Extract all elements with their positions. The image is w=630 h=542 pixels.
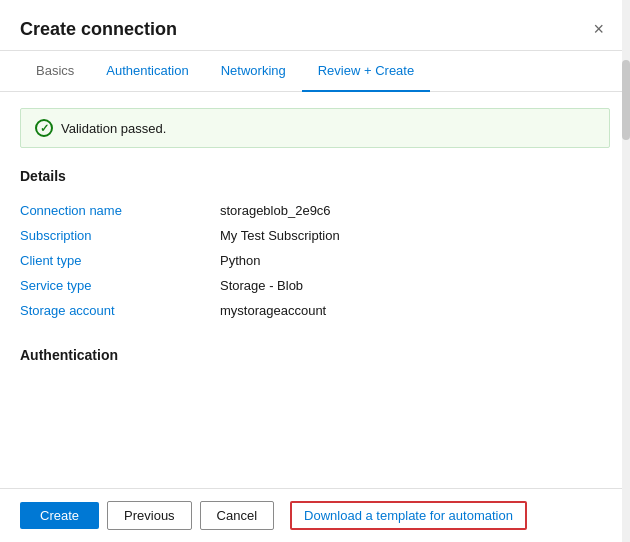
details-section-title: Details	[20, 168, 610, 184]
row-value-client-type: Python	[220, 248, 610, 273]
table-row: Storage account mystorageaccount	[20, 298, 610, 323]
tab-review-create[interactable]: Review + Create	[302, 51, 430, 92]
tab-basics[interactable]: Basics	[20, 51, 90, 92]
table-row: Connection name storageblob_2e9c6	[20, 198, 610, 223]
dialog-content: Validation passed. Details Connection na…	[0, 92, 630, 488]
details-table: Connection name storageblob_2e9c6 Subscr…	[20, 198, 610, 323]
row-label-subscription: Subscription	[20, 223, 220, 248]
close-icon[interactable]: ×	[587, 18, 610, 40]
row-value-subscription: My Test Subscription	[220, 223, 610, 248]
row-value-connection-name: storageblob_2e9c6	[220, 198, 610, 223]
cancel-button[interactable]: Cancel	[200, 501, 274, 530]
download-template-button[interactable]: Download a template for automation	[290, 501, 527, 530]
authentication-section-title: Authentication	[20, 347, 610, 363]
check-icon	[35, 119, 53, 137]
tab-bar: Basics Authentication Networking Review …	[0, 51, 630, 92]
dialog-title: Create connection	[20, 19, 177, 40]
dialog-header: Create connection ×	[0, 0, 630, 51]
create-connection-dialog: Create connection × Basics Authenticatio…	[0, 0, 630, 542]
scrollbar-thumb	[622, 60, 630, 140]
details-section: Details Connection name storageblob_2e9c…	[20, 168, 610, 323]
row-label-client-type: Client type	[20, 248, 220, 273]
tab-authentication[interactable]: Authentication	[90, 51, 204, 92]
row-label-service-type: Service type	[20, 273, 220, 298]
tab-networking[interactable]: Networking	[205, 51, 302, 92]
row-value-service-type: Storage - Blob	[220, 273, 610, 298]
authentication-section: Authentication	[20, 347, 610, 363]
table-row: Client type Python	[20, 248, 610, 273]
row-label-storage-account: Storage account	[20, 298, 220, 323]
create-button[interactable]: Create	[20, 502, 99, 529]
previous-button[interactable]: Previous	[107, 501, 192, 530]
row-value-storage-account: mystorageaccount	[220, 298, 610, 323]
table-row: Service type Storage - Blob	[20, 273, 610, 298]
scrollbar[interactable]	[622, 0, 630, 542]
validation-banner: Validation passed.	[20, 108, 610, 148]
row-label-connection-name: Connection name	[20, 198, 220, 223]
dialog-footer: Create Previous Cancel Download a templa…	[0, 488, 630, 542]
table-row: Subscription My Test Subscription	[20, 223, 610, 248]
validation-text: Validation passed.	[61, 121, 166, 136]
